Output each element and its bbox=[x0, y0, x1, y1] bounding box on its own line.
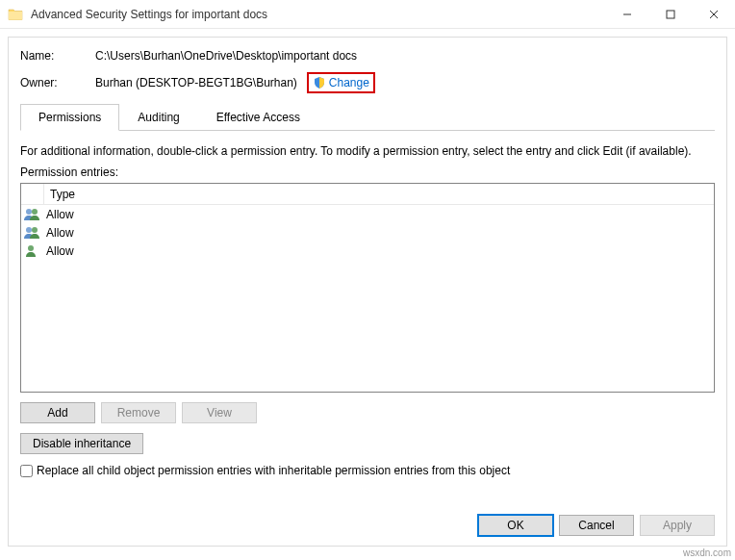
tab-strip: Permissions Auditing Effective Access bbox=[20, 103, 715, 131]
change-owner-link[interactable]: Change bbox=[329, 76, 369, 89]
svg-point-5 bbox=[32, 209, 38, 215]
watermark: wsxdn.com bbox=[683, 547, 731, 558]
apply-button[interactable]: Apply bbox=[640, 515, 715, 536]
cancel-button[interactable]: Cancel bbox=[559, 515, 634, 536]
disable-inheritance-button[interactable]: Disable inheritance bbox=[20, 433, 143, 454]
svg-point-8 bbox=[28, 245, 34, 251]
replace-checkbox-row: Replace all child object permission entr… bbox=[20, 464, 715, 477]
entries-header: Type bbox=[21, 184, 714, 205]
entry-type-value: Allow bbox=[46, 226, 74, 240]
add-button[interactable]: Add bbox=[20, 402, 95, 423]
dialog-footer-buttons: OK Cancel Apply bbox=[478, 515, 715, 536]
remove-button[interactable]: Remove bbox=[101, 402, 176, 423]
tab-auditing[interactable]: Auditing bbox=[119, 104, 197, 131]
col-type-header[interactable]: Type bbox=[44, 188, 102, 201]
tab-effective-access[interactable]: Effective Access bbox=[198, 104, 318, 131]
owner-value: Burhan (DESKTOP-BEGT1BG\Burhan) bbox=[95, 76, 297, 89]
user-icon bbox=[23, 243, 40, 259]
permission-entry-row[interactable]: Allow bbox=[21, 242, 714, 260]
ok-button[interactable]: OK bbox=[478, 515, 553, 536]
entries-label: Permission entries: bbox=[20, 165, 715, 179]
view-button[interactable]: View bbox=[182, 402, 257, 423]
permission-entry-row[interactable]: Allow bbox=[21, 223, 714, 242]
minimize-button[interactable] bbox=[605, 0, 648, 28]
col-icon-spacer bbox=[21, 184, 44, 204]
entry-type-value: Allow bbox=[46, 244, 74, 258]
permission-entries-list[interactable]: Type AllowAllowAllow bbox=[20, 183, 715, 393]
users-group-icon bbox=[23, 225, 40, 241]
content-panel: Name: C:\Users\Burhan\OneDrive\Desktop\i… bbox=[8, 37, 727, 547]
shield-icon bbox=[313, 76, 326, 89]
folder-icon bbox=[8, 7, 23, 22]
name-row: Name: C:\Users\Burhan\OneDrive\Desktop\i… bbox=[20, 49, 715, 63]
replace-children-checkbox[interactable] bbox=[20, 465, 33, 477]
replace-children-label[interactable]: Replace all child object permission entr… bbox=[37, 464, 510, 477]
svg-point-6 bbox=[26, 227, 32, 233]
svg-point-4 bbox=[26, 209, 32, 215]
maximize-button[interactable] bbox=[648, 0, 692, 28]
info-text: For additional information, double-click… bbox=[20, 144, 715, 158]
tab-permissions[interactable]: Permissions bbox=[20, 104, 119, 131]
name-value: C:\Users\Burhan\OneDrive\Desktop\importa… bbox=[95, 49, 357, 63]
entry-action-buttons: Add Remove View bbox=[20, 402, 715, 423]
entry-type-value: Allow bbox=[46, 208, 74, 221]
titlebar: Advanced Security Settings for important… bbox=[0, 0, 735, 29]
close-button[interactable] bbox=[692, 0, 735, 28]
window-title: Advanced Security Settings for important… bbox=[31, 8, 267, 21]
change-link-highlight: Change bbox=[307, 72, 375, 93]
disable-inheritance-row: Disable inheritance bbox=[20, 433, 715, 454]
users-group-icon bbox=[23, 207, 40, 222]
owner-row: Owner: Burhan (DESKTOP-BEGT1BG\Burhan) C… bbox=[20, 72, 715, 93]
owner-label: Owner: bbox=[20, 76, 95, 89]
svg-point-7 bbox=[32, 227, 38, 233]
svg-rect-1 bbox=[667, 11, 674, 18]
name-label: Name: bbox=[20, 49, 95, 63]
permission-entry-row[interactable]: Allow bbox=[21, 205, 714, 223]
window-controls bbox=[605, 0, 735, 28]
